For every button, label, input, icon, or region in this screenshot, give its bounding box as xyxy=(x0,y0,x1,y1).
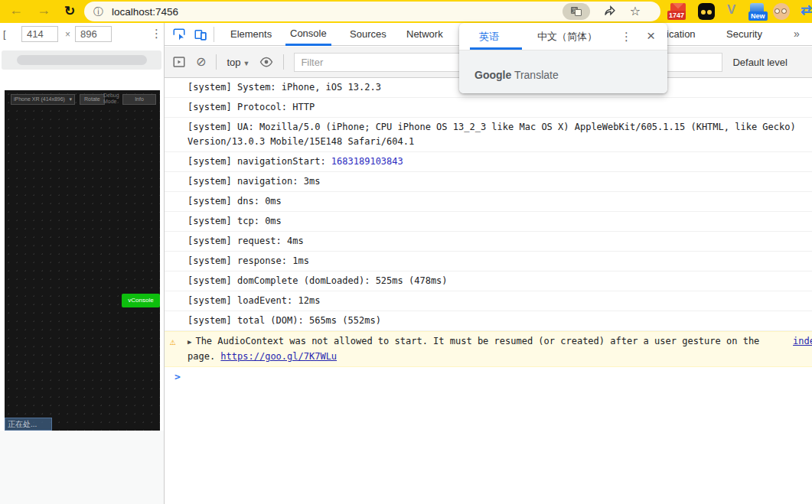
new-badge: New xyxy=(748,11,768,21)
console-message-text: [system] navigation: 3ms xyxy=(188,176,320,187)
browser-window: ← → ↻ ⓘ localhost:7456 文 ☆ 1747 V New xyxy=(0,0,812,504)
console-prompt-chevron: > xyxy=(174,371,181,382)
preview-device-select[interactable]: iPhone XR (414x896) ▾ xyxy=(11,94,75,105)
live-expression-eye-icon[interactable] xyxy=(259,55,273,69)
console-message-text: [system] response: 1ms xyxy=(188,255,309,266)
viewport-height-input[interactable] xyxy=(75,26,112,42)
tab-sources[interactable]: Sources xyxy=(345,23,391,46)
chevron-down-icon: ▼ xyxy=(243,60,249,67)
console-prompt-row[interactable]: > xyxy=(165,367,812,385)
console-message-text: [system] total (DOM): 565ms (552ms) xyxy=(188,315,381,326)
inspect-element-icon[interactable] xyxy=(172,28,186,41)
translate-options-menu-icon[interactable]: ⋮ xyxy=(621,30,632,44)
device-dimensions-toolbar: [ × ⋮ xyxy=(0,23,164,46)
translate-tab-chinese[interactable]: 中文（简体） xyxy=(537,23,597,50)
console-message-text: [system] tcp: 0ms xyxy=(188,216,282,226)
console-warning-row: ⚠ ▶The AudioContext was not allowed to s… xyxy=(165,331,812,367)
sync-extension-icon[interactable]: ⇄ xyxy=(801,2,812,18)
horizontal-scrollbar[interactable] xyxy=(2,50,161,70)
tab-network[interactable]: Network xyxy=(402,23,448,46)
expand-arrow-icon[interactable]: ▶ xyxy=(188,338,191,346)
google-translate-popup: 英语 中文（简体） ⋮ × Google Translate xyxy=(459,23,667,93)
console-message-text: [system] UA: Mozilla/5.0 (iPhone; CPU iP… xyxy=(188,122,801,147)
url-text[interactable]: localhost:7456 xyxy=(112,6,178,18)
default-levels-dropdown[interactable]: Default level xyxy=(732,57,788,68)
new-extension-icon[interactable]: New xyxy=(748,3,765,20)
pane-lower-background xyxy=(0,431,164,504)
translate-tab-english[interactable]: 英语 xyxy=(479,23,499,50)
tab-elements[interactable]: Elements xyxy=(226,23,276,46)
bookmark-star-icon[interactable]: ☆ xyxy=(630,4,641,18)
owl-extension-icon[interactable] xyxy=(698,3,715,20)
address-bar[interactable]: ⓘ localhost:7456 文 ☆ xyxy=(84,2,660,21)
dimension-multiply-label: × xyxy=(65,29,70,40)
translate-tab-row: 英语 中文（简体） ⋮ × xyxy=(459,23,667,50)
debug-mode-label: Debug Mode xyxy=(103,93,119,105)
share-icon[interactable] xyxy=(603,5,616,21)
warning-source-link[interactable]: inde xyxy=(793,334,812,349)
console-message-text: [system] domComplete (domLoaded): 525ms … xyxy=(188,275,448,286)
mail-extension-icon[interactable]: 1747 xyxy=(669,3,687,20)
select-caret-icon: ▾ xyxy=(69,95,72,104)
clipped-device-label: [ xyxy=(3,28,6,40)
forward-icon[interactable]: → xyxy=(37,2,51,18)
browser-toolbar: ← → ↻ ⓘ localhost:7456 文 ☆ 1747 V New xyxy=(0,0,812,23)
warning-icon: ⚠ xyxy=(170,334,176,349)
console-message-text: [system] dns: 0ms xyxy=(188,196,282,206)
warning-link[interactable]: https://goo.gl/7K7WLu xyxy=(220,351,337,362)
active-tab-underline xyxy=(470,47,522,50)
console-message-text: [system] loadEvent: 12ms xyxy=(188,295,320,306)
console-message-row: [system] tcp: 0ms xyxy=(165,212,812,232)
device-emulation-pane: [ × ⋮ iPhone XR (414x896) ▾ Rotate Debug… xyxy=(0,23,164,504)
processing-label: 正在处... xyxy=(5,418,52,431)
console-message-row: [system] navigationStart: 1683189103843 xyxy=(165,152,812,172)
console-message-text: [system] Protocol: HTTP xyxy=(188,102,315,112)
console-message-row: [system] navigation: 3ms xyxy=(165,172,812,192)
console-sidebar-toggle-icon[interactable] xyxy=(172,55,186,69)
toggle-device-toolbar-icon[interactable] xyxy=(194,28,207,41)
console-message-row: [system] Protocol: HTTP xyxy=(165,98,812,118)
refresh-icon[interactable]: ↻ xyxy=(64,3,75,19)
translate-glyph: 文 xyxy=(571,7,582,16)
scrollbar-thumb[interactable] xyxy=(17,55,147,65)
console-message-row: [system] dns: 0ms xyxy=(165,192,812,212)
tab-security[interactable]: Security xyxy=(722,23,767,46)
console-message-text: [system] System: iPhone, iOS 13.2.3 xyxy=(188,82,381,93)
console-message-text: [system] request: 4ms xyxy=(188,236,304,246)
mail-badge: 1747 xyxy=(667,11,686,20)
console-message-row: [system] domComplete (domLoaded): 525ms … xyxy=(165,272,812,291)
toolbar-divider xyxy=(214,27,214,42)
device-options-menu-icon[interactable]: ⋮ xyxy=(151,27,162,41)
console-message-text: [system] navigationStart: xyxy=(188,156,331,167)
back-icon[interactable]: ← xyxy=(9,2,23,18)
context-selector[interactable]: top▼ xyxy=(227,57,249,68)
toolbar-divider xyxy=(216,54,217,70)
console-message-row: [system] loadEvent: 12ms xyxy=(165,291,812,311)
site-info-icon[interactable]: ⓘ xyxy=(93,5,103,19)
clear-console-icon[interactable]: ⊘ xyxy=(196,55,206,69)
vconsole-button[interactable]: vConsole xyxy=(122,294,160,307)
monkey-extension-icon[interactable] xyxy=(773,3,790,20)
console-messages-area: [system] System: iPhone, iOS 13.2.3 [sys… xyxy=(165,78,812,504)
toolbar-divider xyxy=(283,54,284,70)
v-extension-icon[interactable]: V xyxy=(727,2,735,18)
console-number-value: 1683189103843 xyxy=(331,156,403,167)
translate-brand-area: Google Translate xyxy=(459,50,667,93)
translate-icon[interactable]: 文 xyxy=(563,3,590,20)
viewport-width-input[interactable] xyxy=(21,26,58,42)
google-translate-brand: Google Translate xyxy=(474,69,559,81)
console-message-row: [system] UA: Mozilla/5.0 (iPhone; CPU iP… xyxy=(165,118,812,152)
console-message-row: [system] total (DOM): 565ms (552ms) xyxy=(165,311,812,331)
preview-device-label: iPhone XR (414x896) xyxy=(14,95,65,104)
info-button[interactable]: Info xyxy=(122,94,156,105)
console-message-row: [system] request: 4ms xyxy=(165,232,812,252)
tab-console[interactable]: Console xyxy=(285,23,331,46)
emulated-page-canvas: iPhone XR (414x896) ▾ Rotate Debug Mode … xyxy=(5,90,160,431)
more-tabs-icon[interactable]: » xyxy=(789,23,804,46)
console-message-row: [system] response: 1ms xyxy=(165,252,812,272)
close-icon[interactable]: × xyxy=(647,28,655,44)
rotate-button[interactable]: Rotate xyxy=(80,94,105,105)
